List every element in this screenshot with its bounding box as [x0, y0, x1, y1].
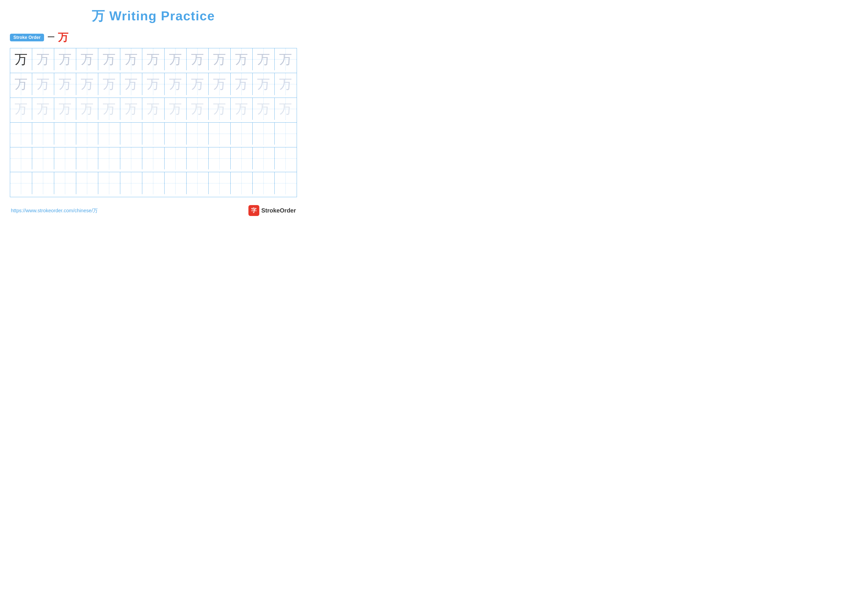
grid-cell-empty[interactable] [32, 123, 54, 145]
grid-cell[interactable]: 万 [186, 48, 209, 70]
grid-cell-empty[interactable] [253, 148, 274, 169]
footer-url[interactable]: https://www.strokeorder.com/chinese/万 [11, 207, 98, 214]
grid-row-4 [10, 123, 297, 148]
grid-cell[interactable]: 万 [54, 98, 76, 120]
grid-cell[interactable]: 万 [76, 73, 98, 95]
practice-char: 万 [103, 53, 116, 66]
grid-cell[interactable]: 万 [231, 48, 253, 70]
grid-cell[interactable]: 万 [54, 73, 76, 95]
grid-cell[interactable]: 万 [10, 73, 32, 95]
grid-cell[interactable]: 万 [253, 48, 274, 70]
grid-cell-empty[interactable] [274, 123, 297, 145]
grid-cell[interactable]: 万 [209, 98, 231, 120]
practice-char: 万 [59, 78, 71, 91]
grid-cell-empty[interactable] [54, 148, 76, 169]
grid-cell[interactable]: 万 [76, 98, 98, 120]
grid-cell[interactable]: 万 [32, 73, 54, 95]
grid-cell[interactable]: 万 [186, 73, 209, 95]
grid-cell-empty[interactable] [10, 172, 32, 194]
grid-cell-empty[interactable] [10, 148, 32, 169]
grid-cell-empty[interactable] [98, 148, 120, 169]
practice-char: 万 [147, 103, 160, 115]
grid-cell-empty[interactable] [186, 172, 209, 194]
practice-char: 万 [191, 103, 204, 115]
grid-cell-empty[interactable] [98, 172, 120, 194]
practice-char: 万 [169, 53, 182, 66]
practice-char: 万 [279, 78, 292, 91]
grid-cell[interactable]: 万 [164, 48, 186, 70]
grid-cell-empty[interactable] [32, 148, 54, 169]
grid-cell-empty[interactable] [76, 172, 98, 194]
grid-cell-empty[interactable] [76, 123, 98, 145]
grid-cell-empty[interactable] [76, 148, 98, 169]
grid-cell-empty[interactable] [142, 172, 164, 194]
grid-cell[interactable]: 万 [274, 73, 297, 95]
grid-cell[interactable]: 万 [142, 73, 164, 95]
practice-grid: 万 万 万 万 万 万 万 万 万 万 万 万 [10, 48, 297, 197]
grid-cell-empty[interactable] [120, 172, 142, 194]
grid-cell[interactable]: 万 [186, 98, 209, 120]
grid-cell[interactable]: 万 [10, 48, 32, 70]
grid-cell-empty[interactable] [164, 148, 186, 169]
grid-cell-empty[interactable] [274, 172, 297, 194]
grid-row-2: 万 万 万 万 万 万 万 万 万 万 万 万 [10, 73, 297, 98]
practice-char: 万 [235, 78, 248, 91]
grid-cell-empty[interactable] [142, 148, 164, 169]
practice-char: 万 [125, 103, 138, 115]
brand-name: StrokeOrder [261, 207, 296, 214]
grid-cell[interactable]: 万 [274, 98, 297, 120]
grid-cell[interactable]: 万 [32, 48, 54, 70]
grid-cell[interactable]: 万 [231, 98, 253, 120]
grid-cell-empty[interactable] [231, 148, 253, 169]
grid-cell-empty[interactable] [274, 148, 297, 169]
grid-cell[interactable]: 万 [98, 48, 120, 70]
grid-cell-empty[interactable] [253, 123, 274, 145]
grid-cell-empty[interactable] [231, 172, 253, 194]
practice-char: 万 [15, 78, 28, 91]
grid-cell[interactable]: 万 [142, 48, 164, 70]
grid-cell-empty[interactable] [186, 123, 209, 145]
grid-cell-empty[interactable] [32, 172, 54, 194]
stroke-order-badge: Stroke Order [10, 34, 44, 41]
grid-cell[interactable]: 万 [231, 73, 253, 95]
grid-cell[interactable]: 万 [54, 48, 76, 70]
grid-cell[interactable]: 万 [274, 48, 297, 70]
grid-cell-empty[interactable] [209, 123, 231, 145]
grid-cell-empty[interactable] [142, 123, 164, 145]
grid-cell-empty[interactable] [164, 172, 186, 194]
grid-cell-empty[interactable] [231, 123, 253, 145]
grid-cell[interactable]: 万 [253, 98, 274, 120]
grid-cell[interactable]: 万 [120, 98, 142, 120]
practice-char: 万 [81, 53, 93, 66]
grid-cell[interactable]: 万 [209, 73, 231, 95]
grid-cell-empty[interactable] [10, 123, 32, 145]
grid-cell[interactable]: 万 [120, 48, 142, 70]
grid-cell[interactable]: 万 [253, 73, 274, 95]
grid-cell-empty[interactable] [186, 148, 209, 169]
practice-char: 万 [191, 53, 204, 66]
grid-cell-empty[interactable] [253, 172, 274, 194]
grid-cell-empty[interactable] [120, 123, 142, 145]
grid-cell[interactable]: 万 [142, 98, 164, 120]
grid-cell-empty[interactable] [164, 123, 186, 145]
grid-cell-empty[interactable] [209, 148, 231, 169]
grid-cell-empty[interactable] [209, 172, 231, 194]
grid-cell[interactable]: 万 [209, 48, 231, 70]
grid-cell[interactable]: 万 [76, 48, 98, 70]
practice-char: 万 [37, 103, 50, 115]
grid-cell-empty[interactable] [54, 172, 76, 194]
grid-cell[interactable]: 万 [164, 73, 186, 95]
practice-char: 万 [37, 53, 50, 66]
grid-cell[interactable]: 万 [32, 98, 54, 120]
grid-cell[interactable]: 万 [10, 98, 32, 120]
grid-cell-empty[interactable] [54, 123, 76, 145]
grid-cell-empty[interactable] [98, 123, 120, 145]
grid-cell[interactable]: 万 [164, 98, 186, 120]
grid-cell[interactable]: 万 [98, 73, 120, 95]
grid-cell[interactable]: 万 [120, 73, 142, 95]
grid-cell[interactable]: 万 [98, 98, 120, 120]
brand-icon: 字 [248, 205, 259, 216]
brand-icon-char: 字 [251, 207, 257, 214]
grid-cell-empty[interactable] [120, 148, 142, 169]
practice-char: 万 [81, 103, 93, 115]
